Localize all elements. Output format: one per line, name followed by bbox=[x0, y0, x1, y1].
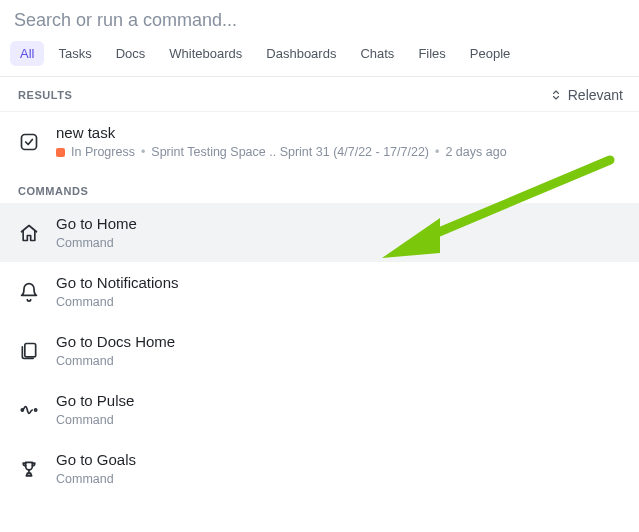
results-header: Results bbox=[18, 89, 72, 101]
commands-header: Commands bbox=[0, 171, 639, 203]
result-title: new task bbox=[56, 124, 507, 141]
svg-point-3 bbox=[35, 408, 37, 410]
tab-docs[interactable]: Docs bbox=[106, 41, 156, 66]
tab-files[interactable]: Files bbox=[408, 41, 455, 66]
tab-dashboards[interactable]: Dashboards bbox=[256, 41, 346, 66]
status-label: In Progress bbox=[71, 145, 135, 159]
svg-rect-1 bbox=[25, 343, 36, 356]
command-go-to-home[interactable]: Go to Home Command bbox=[0, 203, 639, 262]
command-title: Go to Docs Home bbox=[56, 333, 175, 350]
command-subtitle: Command bbox=[56, 295, 179, 309]
separator-dot: • bbox=[141, 145, 145, 159]
tab-chats[interactable]: Chats bbox=[350, 41, 404, 66]
sort-label: Relevant bbox=[568, 87, 623, 103]
task-checkbox-icon bbox=[18, 131, 40, 153]
docs-icon bbox=[18, 340, 40, 362]
command-title: Go to Home bbox=[56, 215, 137, 232]
separator-dot: • bbox=[435, 145, 439, 159]
command-title: Go to Notifications bbox=[56, 274, 179, 291]
command-title: Go to Pulse bbox=[56, 392, 134, 409]
command-go-to-goals[interactable]: Go to Goals Command bbox=[0, 439, 639, 498]
tab-tasks[interactable]: Tasks bbox=[48, 41, 101, 66]
result-item[interactable]: new task In Progress • Sprint Testing Sp… bbox=[0, 112, 639, 171]
tab-whiteboards[interactable]: Whiteboards bbox=[159, 41, 252, 66]
command-subtitle: Command bbox=[56, 354, 175, 368]
command-go-to-notifications[interactable]: Go to Notifications Command bbox=[0, 262, 639, 321]
search-input[interactable] bbox=[14, 10, 625, 31]
bell-icon bbox=[18, 281, 40, 303]
command-subtitle: Command bbox=[56, 236, 137, 250]
trophy-icon bbox=[18, 458, 40, 480]
result-breadcrumb: Sprint Testing Space .. Sprint 31 (4/7/2… bbox=[151, 145, 429, 159]
pulse-icon bbox=[18, 399, 40, 421]
command-go-to-pulse[interactable]: Go to Pulse Command bbox=[0, 380, 639, 439]
tab-people[interactable]: People bbox=[460, 41, 520, 66]
command-subtitle: Command bbox=[56, 472, 136, 486]
command-go-to-docs-home[interactable]: Go to Docs Home Command bbox=[0, 321, 639, 380]
result-time: 2 days ago bbox=[445, 145, 506, 159]
filter-tab-bar: All Tasks Docs Whiteboards Dashboards Ch… bbox=[0, 31, 639, 77]
command-subtitle: Command bbox=[56, 413, 134, 427]
status-dot bbox=[56, 148, 65, 157]
home-icon bbox=[18, 222, 40, 244]
svg-rect-0 bbox=[22, 134, 37, 149]
sort-icon bbox=[550, 89, 562, 101]
tab-all[interactable]: All bbox=[10, 41, 44, 66]
sort-relevant-button[interactable]: Relevant bbox=[550, 87, 623, 103]
command-title: Go to Goals bbox=[56, 451, 136, 468]
